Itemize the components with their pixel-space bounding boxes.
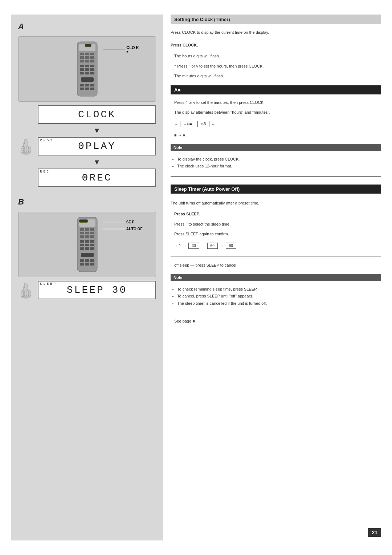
diagram-b-box2: 60 bbox=[207, 243, 218, 249]
section-a-header: Setting the Clock (Timer) bbox=[171, 15, 381, 24]
svg-rect-11 bbox=[80, 65, 84, 67]
svg-rect-23 bbox=[90, 84, 94, 86]
svg-rect-6 bbox=[85, 56, 89, 59]
display-rec: REC 0REC bbox=[38, 169, 156, 187]
svg-rect-22 bbox=[85, 84, 89, 86]
sleep-callout: SE P AUTO OF bbox=[103, 220, 143, 231]
down-arrow-1: ▼ bbox=[38, 127, 156, 134]
svg-rect-14 bbox=[80, 68, 84, 71]
svg-rect-33 bbox=[28, 147, 31, 152]
section-b-intro: The unit turns off automatically after a… bbox=[171, 200, 381, 206]
sleep-display-box: SLEEP SLEEP 30 bbox=[38, 281, 156, 299]
svg-rect-55 bbox=[81, 253, 94, 257]
display-sequence-a: CLOCK ▼ PLAY 0PLAY ▼ REC 0REC bbox=[38, 105, 156, 187]
svg-rect-9 bbox=[85, 60, 89, 62]
svg-rect-17 bbox=[80, 72, 84, 74]
svg-rect-52 bbox=[80, 247, 84, 250]
note-a-bullet-1: To display the clock, press CLOCK. bbox=[177, 156, 381, 163]
step2-detail: The minutes digits will flash. bbox=[171, 73, 381, 80]
play-label: PLAY bbox=[40, 138, 54, 142]
svg-rect-19 bbox=[90, 72, 94, 74]
page-number: 21 bbox=[368, 528, 381, 537]
diagram-box-a: →⊙■ bbox=[180, 121, 195, 127]
svg-rect-67 bbox=[21, 292, 24, 297]
remote-container-a: CLO K ■ bbox=[75, 41, 99, 97]
svg-rect-4 bbox=[90, 53, 94, 55]
svg-rect-25 bbox=[85, 88, 89, 90]
diagram-b: → ^ → 30 → 60 → 90 bbox=[171, 243, 381, 249]
divider-1 bbox=[171, 176, 381, 177]
hand-icon-b bbox=[18, 281, 33, 299]
section-b-header: Sleep Timer (Auto Power Off) bbox=[171, 185, 381, 194]
svg-rect-44 bbox=[85, 235, 89, 238]
svg-rect-59 bbox=[80, 263, 84, 266]
diagram-b-box3: 90 bbox=[226, 243, 236, 249]
step3: Press ^ or v to set the minutes, then pr… bbox=[171, 100, 381, 106]
note-b-bullet-2: To cancel, press SLEEP until "off" appea… bbox=[177, 293, 381, 300]
svg-rect-20 bbox=[81, 77, 94, 82]
section-b-label: B bbox=[18, 197, 156, 207]
note-a-bullet-2: The clock uses 12-hour format. bbox=[177, 163, 381, 170]
svg-rect-50 bbox=[85, 244, 89, 246]
svg-rect-26 bbox=[90, 88, 94, 90]
svg-rect-42 bbox=[90, 232, 94, 234]
note-b-bullet-1: To check remaining sleep time, press SLE… bbox=[177, 286, 381, 293]
section-a-dark-heading: A■ bbox=[171, 85, 381, 94]
svg-rect-69 bbox=[24, 283, 27, 288]
svg-rect-40 bbox=[80, 232, 84, 234]
svg-rect-56 bbox=[80, 259, 84, 262]
step-b3: Press SLEEP again to confirm. bbox=[171, 231, 381, 238]
remote-box-a: CLO K ■ bbox=[18, 36, 156, 102]
svg-rect-38 bbox=[85, 228, 89, 231]
sleep-display-row: SLEEP SLEEP 30 bbox=[18, 281, 156, 299]
svg-rect-58 bbox=[90, 259, 94, 262]
diagram-text: The display alternates between "hours" a… bbox=[171, 109, 381, 116]
diagram-note: ■ → A bbox=[171, 132, 381, 139]
svg-rect-61 bbox=[90, 263, 94, 266]
display-play: PLAY 0PLAY bbox=[38, 137, 156, 155]
svg-rect-16 bbox=[90, 68, 94, 71]
diagram-b-box1: 30 bbox=[188, 243, 199, 249]
clock-callout: CLO K ■ bbox=[103, 45, 139, 53]
note-b-bullet-3: The sleep timer is cancelled if the unit… bbox=[177, 300, 381, 307]
svg-rect-13 bbox=[90, 65, 94, 67]
svg-rect-60 bbox=[85, 263, 89, 266]
svg-rect-2 bbox=[80, 53, 84, 55]
step-b1: Press SLEEP. bbox=[171, 211, 381, 218]
rec-label: REC bbox=[40, 170, 50, 174]
svg-rect-37 bbox=[80, 228, 84, 231]
timer-note: off sleep — press SLEEP to cancel bbox=[171, 262, 381, 269]
svg-rect-41 bbox=[85, 232, 89, 234]
svg-rect-68 bbox=[28, 291, 31, 296]
svg-rect-8 bbox=[80, 60, 84, 62]
sleep-display-label: SLEEP bbox=[40, 282, 57, 286]
svg-rect-5 bbox=[80, 56, 84, 59]
left-column: A bbox=[11, 15, 163, 540]
down-arrow-2: ▼ bbox=[38, 158, 156, 166]
svg-rect-27 bbox=[85, 44, 91, 47]
svg-rect-12 bbox=[85, 65, 89, 67]
svg-rect-34 bbox=[24, 139, 27, 144]
svg-rect-47 bbox=[85, 240, 89, 243]
display-row-a: CLOCK ▼ PLAY 0PLAY ▼ REC 0REC bbox=[18, 105, 156, 187]
svg-rect-43 bbox=[80, 235, 84, 238]
svg-rect-24 bbox=[80, 88, 84, 90]
footer-note: See page ■ bbox=[171, 318, 381, 325]
svg-rect-62 bbox=[79, 219, 88, 223]
section-a-label: A bbox=[18, 22, 156, 31]
section-a-intro: Press CLOCK to display the current time … bbox=[171, 29, 381, 36]
svg-rect-18 bbox=[85, 72, 89, 74]
step1-detail: The hours digits will flash. bbox=[171, 53, 381, 60]
svg-rect-53 bbox=[85, 247, 89, 250]
svg-rect-49 bbox=[80, 244, 84, 246]
svg-rect-15 bbox=[85, 68, 89, 71]
svg-rect-7 bbox=[90, 56, 94, 59]
svg-rect-57 bbox=[85, 259, 89, 262]
svg-rect-45 bbox=[90, 235, 94, 238]
note-box-a: Note bbox=[171, 144, 381, 151]
step2: ^ Press ^ or v to set the hours, then pr… bbox=[171, 63, 381, 70]
note-box-b: Note bbox=[171, 274, 381, 281]
section-b: B bbox=[18, 197, 156, 299]
svg-rect-10 bbox=[90, 60, 94, 62]
hand-icon-a bbox=[18, 138, 33, 155]
